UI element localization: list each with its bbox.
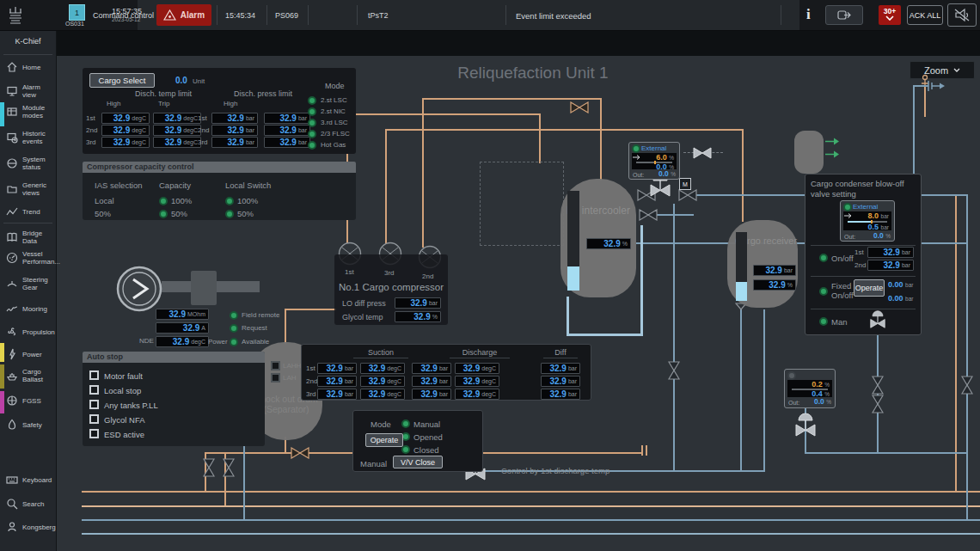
local-stop-checkbox[interactable] xyxy=(89,385,99,395)
setpoint-unit: bar xyxy=(881,213,889,219)
motor-symbol[interactable] xyxy=(115,265,163,313)
sidebar-item-system-status[interactable]: System status xyxy=(0,156,56,171)
mute-horn-button[interactable] xyxy=(947,3,977,27)
local-switch-led xyxy=(225,197,234,205)
propeller-icon xyxy=(6,326,19,338)
info-icon[interactable]: i xyxy=(806,6,811,23)
sidebar-item-vessel-performance[interactable]: Vessel Performan... xyxy=(0,250,56,266)
keyboard-icon xyxy=(6,474,19,486)
sidebar-item-generic-views[interactable]: Generic views xyxy=(0,181,56,197)
out-unit: % xyxy=(885,233,891,239)
sidebar-item-bridge-data[interactable]: Bridge Data xyxy=(0,230,56,245)
sidebar-item-label: Steering Gear xyxy=(22,276,55,291)
operate-button[interactable]: Operate xyxy=(365,433,403,447)
row-label: 2nd xyxy=(854,261,866,269)
vv-close-button[interactable]: V/V Close xyxy=(393,456,443,468)
setpoint-arrow-icon xyxy=(844,213,853,218)
clock-date: 2023-05-12 xyxy=(112,16,140,22)
any-tanks-pll-checkbox[interactable] xyxy=(89,400,99,409)
diff-header: Diff xyxy=(543,348,578,358)
lah-checkbox[interactable] xyxy=(271,373,280,383)
sidebar-item-power[interactable]: Power xyxy=(0,348,56,360)
manual-label: Manual xyxy=(413,419,440,429)
sidebar-item-label: Propulsion xyxy=(22,328,55,336)
pipe-segment xyxy=(955,194,957,493)
external-controller-box[interactable]: External 6.0 % 0.0 % Out: 0.0 % xyxy=(628,142,680,180)
intercooler-level-value: 32.9% xyxy=(586,238,631,249)
tag-code: tPsT2 xyxy=(368,11,389,20)
temp-trip-3rd: 32.9degC xyxy=(153,137,201,148)
esd-active-checkbox[interactable] xyxy=(89,429,99,438)
mode-label: 2/3 FLSC xyxy=(321,130,350,138)
pipe-segment xyxy=(385,129,744,131)
controller-box[interactable]: 0.2 % 0.4 % Out: 0.0 % xyxy=(784,369,836,408)
manual-valve-icon[interactable] xyxy=(867,310,888,328)
sidebar-item-keyboard[interactable]: Keyboard xyxy=(0,474,56,486)
mode-led xyxy=(308,119,316,127)
external-controller-box[interactable]: External 8.0 bar 0.5 bar Out: 0.0 % xyxy=(840,200,895,242)
valve xyxy=(570,101,589,113)
flow-arrow xyxy=(825,150,840,158)
gauge-icon xyxy=(6,252,19,264)
sidebar-item-fgss[interactable]: FGSS xyxy=(0,395,56,407)
sidebar-item-historic-events[interactable]: Historic events xyxy=(0,130,56,145)
glycol-nfa-checkbox[interactable] xyxy=(89,414,99,424)
pipe-segment xyxy=(742,129,744,222)
control-valve[interactable] xyxy=(793,413,818,437)
motor-fault-checkbox[interactable] xyxy=(89,370,99,380)
divider xyxy=(308,5,309,25)
sidebar-item-mooring[interactable]: Mooring xyxy=(0,303,56,315)
auto-stop-item: Glycol NFA xyxy=(104,415,145,425)
sidebar-item-home[interactable]: Home xyxy=(0,61,56,73)
event-message: Event limit exceeded xyxy=(516,11,591,21)
sidebar-title: K-Chief xyxy=(0,37,56,46)
mode-title: Mode xyxy=(371,419,391,429)
sidebar-item-cargo-ballast[interactable]: Cargo Ballast xyxy=(0,368,56,383)
cargo-receiver-vessel: Cargo receiver xyxy=(727,220,798,308)
steering-icon xyxy=(6,278,19,290)
sidebar-item-alarm-view[interactable]: Alarm view xyxy=(0,83,56,99)
sidebar-item-kongsberg[interactable]: Kongsberg xyxy=(0,521,56,533)
row-label: 1st xyxy=(86,114,95,122)
os-station-icon[interactable]: 1 xyxy=(69,4,85,21)
temp-high-3rd: 32.9degC xyxy=(101,137,150,148)
local-switch-value: 50% xyxy=(237,209,254,218)
pipe-segment xyxy=(422,98,424,248)
sidebar-item-safety[interactable]: Safety xyxy=(0,419,56,431)
controller-display: 8.0 bar 0.5 bar xyxy=(843,211,891,230)
compressor-title: No.1 Cargo compressor xyxy=(334,282,448,292)
cargo-select-button[interactable]: Cargo Select xyxy=(89,73,155,88)
closed-label: Closed xyxy=(413,445,439,455)
discharge-press-1st: 32.9bar xyxy=(412,363,451,374)
alarm-button[interactable]: Alarm xyxy=(156,4,211,26)
pipe-segment xyxy=(539,113,541,163)
pipe-segment xyxy=(600,98,602,181)
man-led xyxy=(819,317,828,326)
divider xyxy=(811,245,916,246)
sidebar-item-label: Kongsberg xyxy=(22,523,55,531)
power-label: Power xyxy=(208,338,228,346)
sidebar-item-search[interactable]: Search xyxy=(0,498,56,510)
stage-label: 2nd xyxy=(422,272,433,280)
temp-high-1st: 32.9degC xyxy=(101,113,150,124)
login-icon xyxy=(837,10,851,20)
login-button[interactable] xyxy=(825,5,863,25)
closed-led xyxy=(401,445,410,454)
mode-led xyxy=(308,96,316,105)
divider xyxy=(781,5,781,25)
ack-all-button[interactable]: ACK ALL xyxy=(907,5,943,25)
capacity-value: 50% xyxy=(171,209,187,218)
sidebar-item-propulsion[interactable]: Propulsion xyxy=(0,326,56,338)
unacknowledged-alarm-badge[interactable]: 30+ xyxy=(879,5,901,25)
sidebar-item-module-modes[interactable]: Module modes xyxy=(0,104,56,119)
col-header: Local Switch xyxy=(225,181,271,190)
sidebar-item-trend[interactable]: Trend xyxy=(0,205,56,217)
lah-label: LAH xyxy=(283,374,297,382)
sidebar-item-steering-gear[interactable]: Steering Gear xyxy=(0,276,56,291)
lahh-checkbox[interactable] xyxy=(271,361,280,370)
high-col: High xyxy=(107,100,120,107)
fixed-operate-button[interactable]: Operate xyxy=(854,279,885,297)
pipe-segment xyxy=(346,113,541,115)
clock-time: 15:57:35 xyxy=(112,7,142,15)
row-label: 3rd xyxy=(306,390,316,398)
